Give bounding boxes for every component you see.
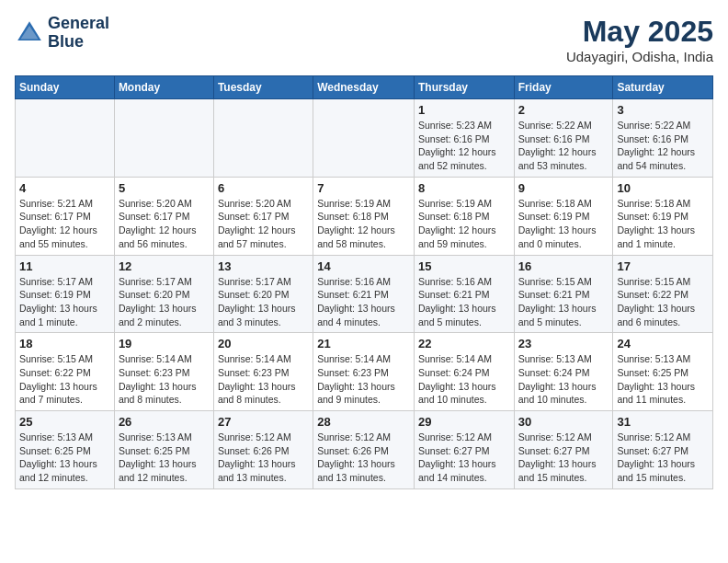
day-info: Sunrise: 5:13 AM Sunset: 6:25 PM Dayligh… (617, 352, 709, 407)
day-number: 13 (218, 259, 309, 273)
calendar-cell: 23Sunrise: 5:13 AM Sunset: 6:24 PM Dayli… (514, 333, 613, 411)
day-number: 25 (19, 415, 110, 429)
calendar-cell (16, 99, 115, 178)
day-info: Sunrise: 5:22 AM Sunset: 6:16 PM Dayligh… (518, 119, 609, 173)
calendar-cell: 21Sunrise: 5:14 AM Sunset: 6:23 PM Dayli… (313, 333, 415, 411)
day-info: Sunrise: 5:13 AM Sunset: 6:24 PM Dayligh… (518, 352, 609, 407)
calendar-cell: 22Sunrise: 5:14 AM Sunset: 6:24 PM Dayli… (414, 333, 514, 411)
calendar-cell: 6Sunrise: 5:20 AM Sunset: 6:17 PM Daylig… (213, 177, 313, 255)
calendar-cell: 9Sunrise: 5:18 AM Sunset: 6:19 PM Daylig… (514, 177, 613, 255)
calendar-title: May 2025 (566, 15, 713, 49)
calendar-subtitle: Udayagiri, Odisha, India (566, 49, 713, 64)
calendar-cell: 26Sunrise: 5:13 AM Sunset: 6:25 PM Dayli… (114, 411, 213, 489)
day-header: Friday (514, 76, 613, 99)
day-info: Sunrise: 5:12 AM Sunset: 6:26 PM Dayligh… (218, 431, 309, 485)
day-info: Sunrise: 5:15 AM Sunset: 6:21 PM Dayligh… (518, 275, 609, 329)
calendar-cell: 3Sunrise: 5:22 AM Sunset: 6:16 PM Daylig… (613, 99, 713, 178)
calendar-cell: 11Sunrise: 5:17 AM Sunset: 6:19 PM Dayli… (16, 255, 115, 333)
page-header: General Blue May 2025 Udayagiri, Odisha,… (15, 15, 713, 64)
day-info: Sunrise: 5:23 AM Sunset: 6:16 PM Dayligh… (418, 119, 510, 173)
day-number: 23 (518, 337, 609, 350)
day-info: Sunrise: 5:20 AM Sunset: 6:17 PM Dayligh… (218, 197, 309, 251)
day-number: 8 (418, 181, 510, 195)
day-header: Saturday (613, 76, 713, 99)
day-number: 31 (617, 415, 709, 429)
day-number: 6 (218, 181, 309, 195)
day-info: Sunrise: 5:12 AM Sunset: 6:27 PM Dayligh… (617, 431, 709, 485)
day-info: Sunrise: 5:21 AM Sunset: 6:17 PM Dayligh… (19, 197, 110, 251)
day-info: Sunrise: 5:17 AM Sunset: 6:20 PM Dayligh… (218, 275, 309, 329)
day-info: Sunrise: 5:20 AM Sunset: 6:17 PM Dayligh… (119, 197, 210, 251)
day-number: 28 (317, 415, 410, 429)
calendar-cell: 15Sunrise: 5:16 AM Sunset: 6:21 PM Dayli… (414, 255, 514, 333)
day-header: Wednesday (313, 76, 415, 99)
day-info: Sunrise: 5:16 AM Sunset: 6:21 PM Dayligh… (418, 275, 510, 329)
day-info: Sunrise: 5:19 AM Sunset: 6:18 PM Dayligh… (418, 197, 510, 251)
calendar-cell: 18Sunrise: 5:15 AM Sunset: 6:22 PM Dayli… (16, 333, 115, 411)
calendar-cell: 10Sunrise: 5:18 AM Sunset: 6:19 PM Dayli… (613, 177, 713, 255)
day-number: 30 (518, 415, 609, 429)
calendar-cell: 31Sunrise: 5:12 AM Sunset: 6:27 PM Dayli… (613, 411, 713, 489)
calendar-cell: 24Sunrise: 5:13 AM Sunset: 6:25 PM Dayli… (613, 333, 713, 411)
day-info: Sunrise: 5:12 AM Sunset: 6:26 PM Dayligh… (317, 431, 410, 485)
day-info: Sunrise: 5:13 AM Sunset: 6:25 PM Dayligh… (119, 431, 210, 485)
calendar-cell: 20Sunrise: 5:14 AM Sunset: 6:23 PM Dayli… (213, 333, 313, 411)
day-info: Sunrise: 5:15 AM Sunset: 6:22 PM Dayligh… (617, 275, 709, 329)
calendar-cell (313, 99, 415, 178)
calendar-cell: 14Sunrise: 5:16 AM Sunset: 6:21 PM Dayli… (313, 255, 415, 333)
day-info: Sunrise: 5:14 AM Sunset: 6:23 PM Dayligh… (317, 352, 410, 407)
day-info: Sunrise: 5:16 AM Sunset: 6:21 PM Dayligh… (317, 275, 410, 329)
day-header: Monday (114, 76, 213, 99)
day-number: 29 (418, 415, 510, 429)
calendar-table: SundayMondayTuesdayWednesdayThursdayFrid… (15, 75, 713, 489)
title-block: May 2025 Udayagiri, Odisha, India (566, 15, 713, 64)
calendar-cell: 29Sunrise: 5:12 AM Sunset: 6:27 PM Dayli… (414, 411, 514, 489)
day-info: Sunrise: 5:12 AM Sunset: 6:27 PM Dayligh… (418, 431, 510, 485)
calendar-cell: 27Sunrise: 5:12 AM Sunset: 6:26 PM Dayli… (213, 411, 313, 489)
day-number: 4 (19, 181, 110, 195)
day-number: 5 (119, 181, 210, 195)
day-info: Sunrise: 5:13 AM Sunset: 6:25 PM Dayligh… (19, 431, 110, 485)
header-row: SundayMondayTuesdayWednesdayThursdayFrid… (16, 76, 713, 99)
day-number: 26 (119, 415, 210, 429)
day-info: Sunrise: 5:19 AM Sunset: 6:18 PM Dayligh… (317, 197, 410, 251)
calendar-week-row: 4Sunrise: 5:21 AM Sunset: 6:17 PM Daylig… (16, 177, 713, 255)
calendar-cell: 19Sunrise: 5:14 AM Sunset: 6:23 PM Dayli… (114, 333, 213, 411)
calendar-cell: 2Sunrise: 5:22 AM Sunset: 6:16 PM Daylig… (514, 99, 613, 178)
day-info: Sunrise: 5:22 AM Sunset: 6:16 PM Dayligh… (617, 119, 709, 173)
day-number: 27 (218, 415, 309, 429)
day-number: 1 (418, 103, 510, 117)
day-info: Sunrise: 5:14 AM Sunset: 6:23 PM Dayligh… (119, 352, 210, 407)
calendar-cell: 4Sunrise: 5:21 AM Sunset: 6:17 PM Daylig… (16, 177, 115, 255)
calendar-cell: 30Sunrise: 5:12 AM Sunset: 6:27 PM Dayli… (514, 411, 613, 489)
calendar-week-row: 25Sunrise: 5:13 AM Sunset: 6:25 PM Dayli… (16, 411, 713, 489)
calendar-cell: 28Sunrise: 5:12 AM Sunset: 6:26 PM Dayli… (313, 411, 415, 489)
day-number: 22 (418, 337, 510, 350)
calendar-cell (114, 99, 213, 178)
calendar-cell: 7Sunrise: 5:19 AM Sunset: 6:18 PM Daylig… (313, 177, 415, 255)
day-info: Sunrise: 5:14 AM Sunset: 6:23 PM Dayligh… (218, 352, 309, 407)
calendar-cell: 17Sunrise: 5:15 AM Sunset: 6:22 PM Dayli… (613, 255, 713, 333)
day-number: 9 (518, 181, 609, 195)
day-number: 24 (617, 337, 709, 350)
calendar-cell: 8Sunrise: 5:19 AM Sunset: 6:18 PM Daylig… (414, 177, 514, 255)
day-info: Sunrise: 5:17 AM Sunset: 6:20 PM Dayligh… (119, 275, 210, 329)
calendar-cell: 1Sunrise: 5:23 AM Sunset: 6:16 PM Daylig… (414, 99, 514, 178)
day-number: 7 (317, 181, 410, 195)
day-number: 10 (617, 181, 709, 195)
calendar-cell: 13Sunrise: 5:17 AM Sunset: 6:20 PM Dayli… (213, 255, 313, 333)
calendar-cell: 5Sunrise: 5:20 AM Sunset: 6:17 PM Daylig… (114, 177, 213, 255)
day-number: 3 (617, 103, 709, 117)
logo-text: General Blue (48, 15, 109, 52)
day-number: 14 (317, 259, 410, 273)
logo-icon (15, 18, 44, 48)
calendar-cell (213, 99, 313, 178)
logo: General Blue (15, 15, 109, 52)
calendar-week-row: 18Sunrise: 5:15 AM Sunset: 6:22 PM Dayli… (16, 333, 713, 411)
day-header: Sunday (16, 76, 115, 99)
day-info: Sunrise: 5:18 AM Sunset: 6:19 PM Dayligh… (518, 197, 609, 251)
day-header: Tuesday (213, 76, 313, 99)
day-number: 21 (317, 337, 410, 350)
day-info: Sunrise: 5:15 AM Sunset: 6:22 PM Dayligh… (19, 352, 110, 407)
day-number: 17 (617, 259, 709, 273)
